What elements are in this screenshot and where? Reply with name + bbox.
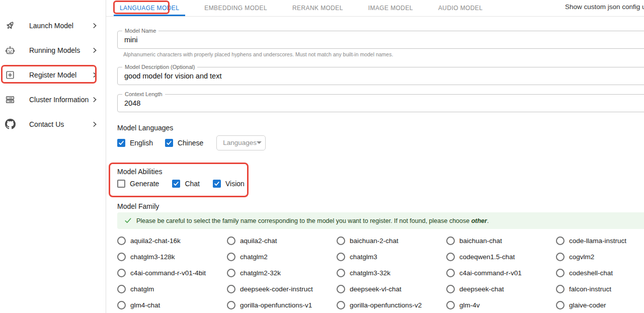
family-option[interactable]: chatglm3-32k [337, 269, 446, 277]
radio-icon [337, 269, 345, 277]
family-option[interactable]: cogvlm2 [556, 253, 644, 261]
model-name-label: Model Name [122, 28, 158, 34]
model-family-notice-banner: Please be careful to select the family n… [117, 212, 644, 229]
tab-audio-model[interactable]: AUDIO MODEL [432, 0, 489, 16]
sidebar-item-label: Launch Model [29, 22, 91, 30]
family-option[interactable]: aquila2-chat [227, 237, 337, 245]
family-option[interactable]: c4ai-command-r-v01 [446, 269, 556, 277]
family-option[interactable]: c4ai-command-r-v01-4bit [117, 269, 227, 277]
family-option[interactable]: glm-4v [446, 301, 556, 309]
family-option[interactable]: chatglm2-32k [227, 269, 337, 277]
sidebar-item-register-model[interactable]: Register Model [0, 62, 106, 87]
sidebar-item-cluster-information[interactable]: Cluster Information [0, 87, 106, 112]
family-option[interactable]: chatglm3 [337, 253, 446, 261]
family-option[interactable]: deepseek-coder-instruct [227, 285, 337, 293]
radio-icon [117, 269, 126, 277]
model-abilities-row: Generate Chat Vision [117, 180, 247, 188]
radio-icon [227, 237, 235, 245]
ability-checkbox-vision[interactable]: Vision [213, 180, 245, 188]
family-option[interactable]: glaive-coder [556, 301, 644, 309]
annotation-model-abilities: Model Abilities Generate Chat [109, 163, 249, 197]
tab-embedding-model[interactable]: EMBEDDING MODEL [198, 0, 273, 16]
family-option[interactable]: aquila2-chat-16k [117, 237, 227, 245]
family-option[interactable]: codeqwen1.5-chat [446, 253, 556, 261]
family-option[interactable]: chatglm2 [227, 253, 337, 261]
sidebar-item-label: Register Model [29, 71, 91, 79]
model-name-value[interactable]: mini [118, 31, 644, 48]
sidebar-item-label: Cluster Information [29, 96, 91, 104]
chevron-right-icon [91, 22, 99, 30]
rocket-icon [4, 20, 16, 32]
radio-icon [117, 237, 126, 245]
checkbox-icon [117, 180, 125, 188]
model-description-label: Model Description (Optional) [122, 64, 197, 70]
model-abilities-title: Model Abilities [117, 168, 247, 176]
chevron-right-icon [91, 120, 99, 128]
sidebar-item-contact-us[interactable]: Contact Us [0, 112, 106, 136]
context-length-label: Context Length [122, 91, 165, 98]
radio-icon [446, 237, 455, 245]
radio-icon [227, 301, 235, 309]
languages-select[interactable]: Languages [216, 135, 266, 150]
model-family-title: Model Family [117, 202, 644, 210]
radio-icon [446, 253, 455, 261]
plus-square-icon [4, 69, 16, 81]
sidebar-item-label: Contact Us [29, 120, 91, 128]
sidebar: Launch Model Running Models [0, 0, 106, 313]
family-option[interactable]: gorilla-openfunctions-v1 [227, 301, 337, 309]
chevron-right-icon [91, 46, 99, 54]
github-icon [4, 118, 16, 130]
tab-image-model[interactable]: IMAGE MODEL [362, 0, 419, 16]
caret-down-icon [257, 141, 262, 144]
family-option[interactable]: chatglm3-128k [117, 253, 227, 261]
radio-icon [227, 253, 235, 261]
radio-icon [556, 285, 565, 293]
language-checkbox-english[interactable]: English [117, 139, 153, 147]
language-checkbox-chinese[interactable]: Chinese [165, 139, 203, 147]
checkbox-icon [165, 139, 173, 147]
tab-language-model[interactable]: LANGUAGE MODEL [114, 0, 185, 16]
family-option[interactable]: code-llama-instruct [556, 237, 644, 245]
ability-checkbox-chat[interactable]: Chat [172, 180, 200, 188]
tab-rerank-model[interactable]: RERANK MODEL [286, 0, 349, 16]
radio-icon [556, 253, 565, 261]
sidebar-item-label: Running Models [29, 46, 91, 54]
sidebar-item-running-models[interactable]: Running Models [0, 38, 106, 62]
model-name-helper-text: Alphanumeric characters with properly pl… [123, 51, 644, 57]
family-option[interactable]: chatglm [117, 285, 227, 293]
show-custom-json-config-link[interactable]: Show custom json config used b [565, 3, 644, 11]
radio-icon [227, 269, 235, 277]
ability-checkbox-generate[interactable]: Generate [117, 180, 159, 188]
radio-icon [556, 301, 565, 309]
radio-icon [446, 285, 455, 293]
radio-icon [117, 301, 126, 309]
radio-icon [117, 285, 126, 293]
context-length-value[interactable]: 2048 [118, 95, 644, 112]
model-languages-title: Model Languages [117, 124, 644, 132]
family-option[interactable]: deepseek-vl-chat [337, 285, 446, 293]
family-option[interactable]: deepseek-chat [446, 285, 556, 293]
main-content: LANGUAGE MODEL EMBEDDING MODEL RERANK MO… [106, 0, 644, 313]
family-option[interactable]: glm4-chat [117, 301, 227, 309]
context-length-field[interactable]: Context Length 2048 [117, 94, 644, 112]
model-description-field[interactable]: Model Description (Optional) good model … [117, 67, 644, 85]
success-check-icon [124, 217, 132, 224]
checkbox-icon [117, 139, 125, 147]
family-option[interactable]: gorilla-openfunctions-v2 [337, 301, 446, 309]
model-name-field[interactable]: Model Name mini [117, 31, 644, 49]
family-option[interactable]: baichuan-2-chat [337, 237, 446, 245]
family-option[interactable]: codeshell-chat [556, 269, 644, 277]
radio-icon [337, 253, 345, 261]
model-family-notice-text: Please be careful to select the family n… [136, 217, 489, 224]
checkbox-icon [172, 180, 180, 188]
register-model-form: Model Name mini Alphanumeric characters … [106, 17, 644, 313]
robot-icon [4, 44, 16, 56]
radio-icon [337, 285, 345, 293]
family-option[interactable]: falcon-instruct [556, 285, 644, 293]
family-option[interactable]: baichuan-chat [446, 237, 556, 245]
model-family-options: aquila2-chat-16k aquila2-chat baichuan-2… [117, 232, 644, 313]
radio-icon [446, 301, 455, 309]
model-languages-row: English Chinese Languages [117, 135, 644, 150]
sidebar-item-launch-model[interactable]: Launch Model [0, 13, 106, 38]
radio-icon [337, 301, 345, 309]
